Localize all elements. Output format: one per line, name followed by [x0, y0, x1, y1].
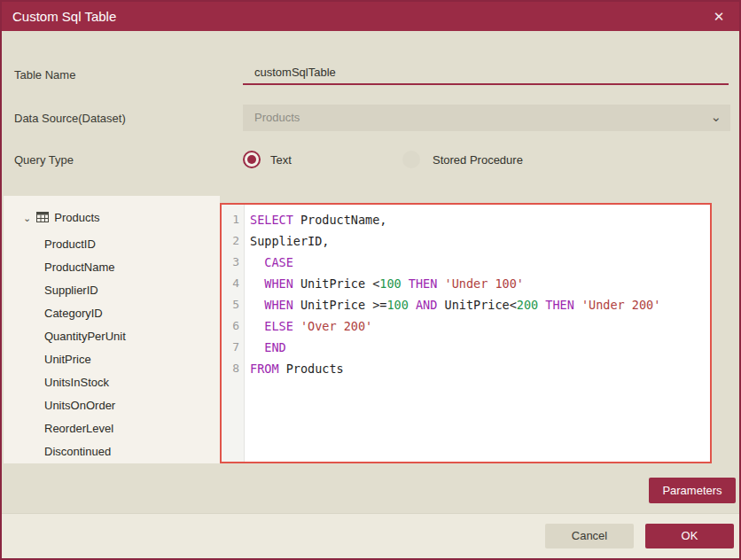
code-line[interactable]: FROM Products [250, 358, 710, 379]
dialog-titlebar: Custom Sql Table ✕ [2, 2, 739, 31]
code-line[interactable]: END [250, 337, 710, 358]
table-icon [36, 209, 49, 229]
editor-code[interactable]: SELECT ProductName,SupplierID, CASE WHEN… [245, 205, 710, 462]
close-icon[interactable]: ✕ [707, 2, 730, 31]
radio-selected-dot [247, 155, 256, 164]
custom-sql-table-dialog: Custom Sql Table ✕ Table Name customSqlT… [0, 0, 741, 560]
line-number: 6 [222, 315, 244, 337]
data-source-dropdown[interactable]: Products ⌄ [243, 105, 730, 131]
tree-field[interactable]: UnitsInStock [4, 371, 220, 394]
tree-root-label: Products [54, 211, 99, 224]
tree-expander-icon[interactable]: ⌄ [23, 208, 31, 228]
query-type-stored-procedure-label[interactable]: Stored Procedure [433, 153, 523, 167]
tree-field[interactable]: CategoryID [4, 302, 220, 325]
code-line[interactable]: SupplierID, [250, 230, 710, 252]
tree-field-list: ProductIDProductNameSupplierIDCategoryID… [4, 233, 220, 463]
dialog-title: Custom Sql Table [12, 2, 116, 31]
chevron-down-icon: ⌄ [710, 105, 722, 128]
tree-field[interactable]: ProductName [4, 256, 220, 279]
code-line[interactable]: ELSE 'Over 200' [250, 315, 710, 337]
editor-gutter: 12345678 [222, 205, 245, 462]
sql-editor[interactable]: 12345678 SELECT ProductName,SupplierID, … [220, 203, 712, 463]
line-number: 4 [222, 273, 244, 294]
code-line[interactable]: CASE [250, 252, 710, 273]
table-name-label: Table Name [14, 68, 75, 82]
data-source-label: Data Source(Dataset) [14, 112, 126, 125]
query-type-radio-text[interactable] [243, 151, 261, 168]
line-number: 2 [222, 230, 244, 252]
line-number: 3 [222, 252, 244, 273]
tree-root-products[interactable]: ⌄Products [23, 208, 100, 228]
ok-button[interactable]: OK [645, 524, 734, 548]
query-type-label: Query Type [14, 153, 74, 167]
line-number: 5 [222, 294, 244, 315]
query-type-radio-stored-procedure[interactable] [402, 151, 420, 168]
code-line[interactable]: WHEN UnitPrice >=100 AND UnitPrice<200 T… [250, 294, 710, 315]
data-source-value: Products [254, 105, 300, 131]
dialog-footer: Cancel OK [2, 513, 739, 558]
code-line[interactable]: WHEN UnitPrice <100 THEN 'Under 100' [250, 273, 710, 294]
tree-field[interactable]: UnitsOnOrder [4, 394, 220, 417]
query-type-text-label[interactable]: Text [270, 153, 292, 167]
parameters-button[interactable]: Parameters [649, 478, 736, 503]
code-line[interactable]: SELECT ProductName, [250, 209, 710, 230]
fields-tree-panel: ⌄Products ProductIDProductNameSupplierID… [4, 196, 220, 463]
tree-field[interactable]: SupplierID [4, 279, 220, 302]
tree-field[interactable]: Discontinued [4, 440, 220, 463]
tree-field[interactable]: ProductID [4, 233, 220, 256]
tree-field[interactable]: ReorderLevel [4, 417, 220, 440]
line-number: 7 [222, 337, 244, 358]
table-name-input[interactable]: customSqlTable [243, 60, 729, 85]
line-number: 8 [222, 358, 244, 379]
cancel-button[interactable]: Cancel [545, 524, 634, 548]
line-number: 1 [222, 209, 244, 230]
tree-field[interactable]: UnitPrice [4, 348, 220, 371]
tree-field[interactable]: QuantityPerUnit [4, 325, 220, 348]
